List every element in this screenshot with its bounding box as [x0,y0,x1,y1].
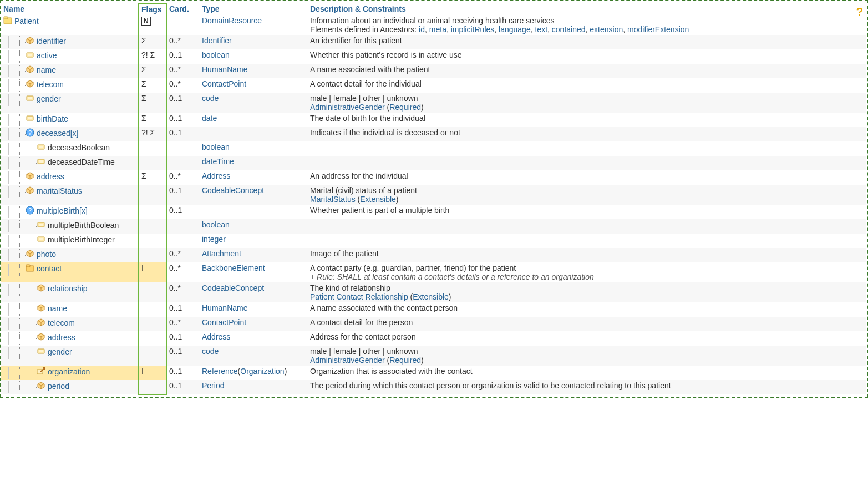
ancestor-link[interactable]: text [535,25,547,34]
element-name[interactable]: maritalStatus [37,186,82,195]
primitive-icon [37,347,45,356]
binding-valueset-link[interactable]: AdministrativeGender [310,356,385,365]
element-name[interactable]: address [48,332,75,342]
type-link[interactable]: CodeableConcept [202,186,264,195]
tree-line-icon [14,171,26,184]
type-link[interactable]: Address [202,171,230,180]
ancestor-link[interactable]: language [499,25,531,34]
element-name[interactable]: period [48,381,69,391]
type-link[interactable]: Identifier [202,36,232,45]
element-name[interactable]: name [48,303,67,313]
type-link[interactable]: boolean [202,220,230,229]
tree-line-icon [26,347,37,359]
tree-line-icon [14,318,26,330]
type-link[interactable]: Period [202,381,224,390]
resource-icon [3,16,12,25]
type-link[interactable]: boolean [202,50,230,59]
element-name[interactable]: telecom [37,79,64,89]
element-name[interactable]: relationship [48,284,88,293]
ancestor-link[interactable]: id [419,25,425,34]
col-header-desc[interactable]: Description & Constraints [310,4,406,13]
element-name[interactable]: organization [48,367,90,376]
type-link[interactable]: Address [202,332,230,341]
element-name[interactable]: identifier [37,36,66,45]
reference-icon [37,367,45,376]
tree-line-icon [14,303,26,316]
type-link[interactable]: HumanName [202,65,247,74]
type-link[interactable]: BackboneElement [202,264,265,272]
table-row: nameΣ0..*HumanNameA name associated with… [1,64,866,78]
element-name[interactable]: photo [37,249,56,259]
type-link[interactable]: Reference [202,367,238,376]
element-name[interactable]: name [37,65,56,74]
type-link[interactable]: date [202,114,217,123]
ancestor-link[interactable]: extension [590,25,623,34]
binding-valueset-link[interactable]: AdministrativeGender [310,103,385,112]
element-description: Information about an individual or anima… [310,16,554,25]
type-link[interactable]: dateTime [202,157,234,166]
element-description: A name associated with the patient [310,65,430,74]
col-header-name[interactable]: Name [3,4,24,13]
element-name[interactable]: multipleBirth[x] [37,206,88,215]
type-link[interactable]: Organization [240,367,284,376]
element-name[interactable]: deceased[x] [37,128,79,138]
element-name[interactable]: address [37,171,64,181]
table-row: address0..1AddressAddress for the contac… [1,331,866,346]
tree-line-icon [14,128,26,140]
type-link[interactable]: Attachment [202,249,241,258]
element-name[interactable]: contact [37,264,62,273]
type-link[interactable]: ContactPoint [202,318,246,327]
col-header-type[interactable]: Type [202,4,220,13]
type-link[interactable]: DomainResource [202,16,262,25]
ancestor-link[interactable]: meta [429,25,446,34]
element-description: A contact detail for the individual [310,79,422,88]
type-link[interactable]: boolean [202,143,230,151]
element-cardinality: 0..1 [169,381,182,390]
binding-valueset-link[interactable]: MaritalStatus [310,195,356,204]
table-row: period0..1PeriodThe period during which … [1,380,866,394]
tree-line-icon [3,264,14,276]
element-name[interactable]: gender [37,94,61,103]
element-cardinality: 0..1 [169,347,182,356]
col-header-card[interactable]: Card. [169,4,189,13]
type-link[interactable]: code [202,94,219,103]
binding-valueset-link[interactable]: Patient Contact Relationship [310,292,408,301]
tree-line-icon [3,367,14,379]
element-name[interactable]: birthDate [37,114,68,123]
tree-line-icon [3,332,14,345]
ancestor-link[interactable]: contained [552,25,586,34]
col-header-flags[interactable]: Flags [141,5,162,14]
type-link[interactable]: CodeableConcept [202,284,264,292]
element-name: deceasedBoolean [48,143,110,152]
type-link[interactable]: integer [202,235,226,244]
element-description: male | female | other | unknown [310,347,418,356]
primitive-icon [37,220,45,229]
ancestor-link[interactable]: modifierExtension [627,25,689,34]
element-name[interactable]: active [37,50,57,60]
tree-line-icon [3,186,14,198]
element-name[interactable]: Patient [14,16,39,26]
binding-strength-link[interactable]: Extensible [413,292,449,301]
element-description: Whether patient is part of a multiple bi… [310,206,449,215]
element-flags: Σ [141,65,146,74]
element-description: Whether this patient's record is in acti… [310,50,461,59]
tree-line-icon [26,318,37,330]
binding-strength-link[interactable]: Extensible [360,195,396,204]
table-row: deceasedBooleanboolean [1,141,866,156]
type-link[interactable]: HumanName [202,303,247,312]
tree-line-icon [3,235,14,247]
element-name[interactable]: telecom [48,318,75,327]
tree-line-icon [14,94,26,106]
table-row: deceased[x]?! Σ0..1Indicates if the indi… [1,127,866,141]
element-name[interactable]: gender [48,347,72,356]
tree-line-icon [3,220,14,232]
element-cardinality: 0..* [169,65,181,74]
type-link[interactable]: code [202,347,219,356]
type-link[interactable]: ContactPoint [202,79,246,88]
binding-strength-link[interactable]: Required [389,103,421,112]
table-row: multipleBirth[x]0..1Whether patient is p… [1,205,866,219]
help-icon[interactable]: ? [856,6,863,18]
ancestor-link[interactable]: implicitRules [451,25,495,34]
binding-strength-link[interactable]: Required [389,356,421,365]
tree-line-icon [14,36,26,48]
